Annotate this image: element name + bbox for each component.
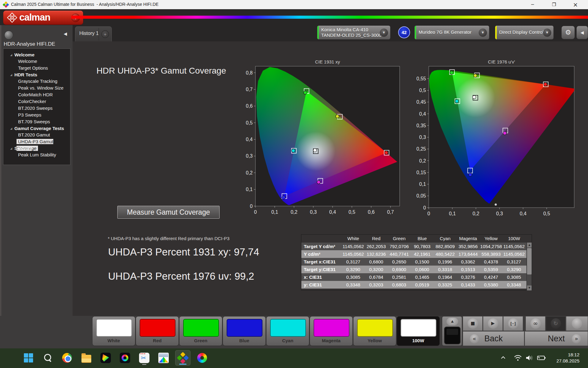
taskbar: ✂ 18:12 27.08 [0, 348, 588, 368]
sidebar-collapse-icon[interactable]: ◀ [64, 31, 67, 36]
svg-text:0,2: 0,2 [246, 170, 253, 175]
tray-expand-icon[interactable] [500, 356, 506, 368]
calman-icon[interactable] [175, 350, 190, 366]
swatch-color [183, 319, 219, 337]
wifi-icon[interactable] [514, 355, 522, 368]
spectrum-app-icon[interactable] [156, 350, 171, 366]
settings-gear-button[interactable]: ⚙ [561, 26, 575, 39]
cie-table: WhiteRedGreenBlueCyanMagentaYellow100WTa… [301, 234, 532, 290]
svg-text:0,3: 0,3 [246, 153, 253, 159]
collapse-triangle-icon: ◢ [10, 73, 12, 76]
table-scrollbar[interactable]: ▲ ▼ [526, 243, 532, 290]
range-button[interactable]: [··] [503, 316, 523, 331]
pattern-swatch-blue[interactable]: Blue [223, 316, 266, 346]
svg-text:0,1: 0,1 [449, 211, 456, 216]
tree-item[interactable]: BT.2020 Sweeps [3, 105, 70, 112]
tree-item[interactable]: Peak Lum Stability [3, 151, 70, 158]
pattern-swatch-magenta[interactable]: Magenta [310, 316, 353, 346]
tree-item[interactable]: Peak vs. Window Size [3, 85, 70, 91]
display-control-device-button[interactable]: Direct Display Control ▼ [495, 25, 554, 40]
page-title: HDR UHDA-P3* Gamut Coverage [96, 66, 226, 76]
expand-up-button[interactable]: ▲ [447, 318, 458, 325]
range-icon: [··] [508, 318, 518, 329]
svg-text:CIE 1976 u'v': CIE 1976 u'v' [488, 59, 515, 64]
cie-1931-chart: 00,10,20,30,40,50,60,700,10,20,30,40,50,… [233, 58, 404, 224]
tree-item[interactable]: UHDA-P3 Gamut Coverage [3, 138, 70, 145]
search-icon[interactable] [40, 350, 55, 366]
svg-text:0: 0 [250, 204, 253, 209]
meter-device-button[interactable]: Konica Minolta CA-410 TANDEM-OLED 25_CS-… [317, 25, 390, 40]
tree-item[interactable]: P3 Sweeps [3, 112, 70, 118]
tree-item[interactable]: ColorMatch HDR [3, 91, 70, 98]
scroll-up-icon[interactable]: ▲ [527, 243, 532, 247]
color-wheel-app-icon[interactable] [194, 350, 210, 366]
blank-button[interactable] [566, 316, 588, 331]
meter-dropdown-icon[interactable]: ▼ [380, 29, 388, 37]
restore-button[interactable]: ❐ [547, 0, 561, 9]
pattern-swatch-red[interactable]: Red [136, 316, 179, 346]
generator-device-button[interactable]: Murideo 7G 8K Generator ▼ [414, 25, 489, 40]
calman-logo-icon [8, 13, 17, 22]
infinity-icon: ∞ [530, 318, 541, 329]
play-button[interactable]: ▶ [483, 316, 503, 331]
color-analysis-app-icon[interactable] [98, 350, 113, 366]
pattern-swatch-100w[interactable]: 100W [397, 316, 440, 346]
svg-text:0,5: 0,5 [246, 120, 253, 125]
scroll-thumb[interactable] [527, 248, 532, 274]
svg-text:0,7: 0,7 [246, 87, 253, 92]
swatch-color [96, 319, 132, 337]
swatch-label: Magenta [310, 338, 352, 343]
pattern-window-preview[interactable] [444, 327, 461, 344]
tree-item[interactable]: ColorChecker [3, 98, 70, 105]
back-button[interactable]: « Back [463, 331, 524, 346]
loop-button[interactable]: ∞ [526, 316, 545, 331]
tree-section[interactable]: ◢Gamut Coverage Tests [3, 125, 70, 132]
stop-button[interactable]: ■ [463, 316, 483, 331]
windows-start-icon[interactable] [21, 350, 36, 366]
display-control-dropdown-icon[interactable]: ▼ [543, 29, 551, 37]
refresh-icon: ↻ [551, 318, 561, 329]
pattern-swatch-white[interactable]: White [92, 316, 135, 346]
refresh-button[interactable]: ↻ [546, 316, 566, 331]
svg-text:0,35: 0,35 [417, 123, 426, 128]
tree-item[interactable]: Grayscale Tracking [3, 78, 70, 85]
svg-text:0,4: 0,4 [520, 211, 526, 216]
tree-section[interactable]: ◢HDR Tests [3, 71, 70, 78]
pattern-swatch-green[interactable]: Green [179, 316, 222, 346]
tree-item[interactable]: BT.2020 Gamut Coverage [3, 132, 70, 138]
swatch-label: 100W [397, 338, 439, 343]
sidebar-sphere-button[interactable] [4, 31, 13, 40]
measure-gamut-coverage-button[interactable]: Measure Gamut Coverage [117, 206, 220, 219]
cie-1976-chart: 00,10,20,30,40,500,050,10,150,20,250,30,… [407, 58, 588, 224]
scroll-down-icon[interactable]: ▼ [527, 286, 532, 290]
tree-item[interactable]: Welcome [3, 58, 70, 65]
next-button[interactable]: Next » [525, 331, 588, 346]
generator-dropdown-icon[interactable]: ▼ [479, 29, 487, 37]
tree-section[interactable]: ◢Welcome [3, 52, 70, 58]
taskbar-clock[interactable]: 18:12 27.08.2025 [556, 352, 579, 364]
volume-icon[interactable] [526, 355, 533, 368]
meter-count-badge[interactable]: 42 [398, 26, 410, 38]
close-button[interactable]: × [568, 0, 582, 9]
svg-text:0,4: 0,4 [419, 111, 426, 117]
svg-text:CIE 1931 xy: CIE 1931 xy [315, 59, 340, 64]
battery-icon[interactable] [537, 355, 546, 368]
pattern-swatch-cyan[interactable]: Cyan [266, 316, 309, 346]
swatch-label: White [92, 338, 135, 343]
file-explorer-icon[interactable] [79, 350, 94, 366]
tab-history-1[interactable]: History 1 + [75, 26, 112, 41]
tree-item[interactable]: Target Options [3, 65, 70, 71]
minimize-button[interactable]: ─ [526, 0, 540, 9]
panel-collapse-right-button[interactable]: ◀ [576, 26, 588, 39]
displaycal-app-icon[interactable] [117, 350, 133, 366]
calman-window: Calman 2025 Calman Ultimate for Business… [0, 0, 588, 368]
snipping-tool-icon[interactable]: ✂ [137, 350, 152, 366]
next-chevrons-icon: » [572, 334, 581, 343]
chrome-icon[interactable] [59, 350, 75, 366]
tree-item[interactable]: BT.709 Sweeps [3, 118, 70, 125]
app-icon [3, 2, 9, 7]
add-tab-button[interactable]: + [101, 30, 109, 38]
swatch-label: Red [136, 338, 179, 343]
pattern-swatch-yellow[interactable]: Yellow [353, 316, 396, 346]
swatch-color [140, 319, 175, 337]
